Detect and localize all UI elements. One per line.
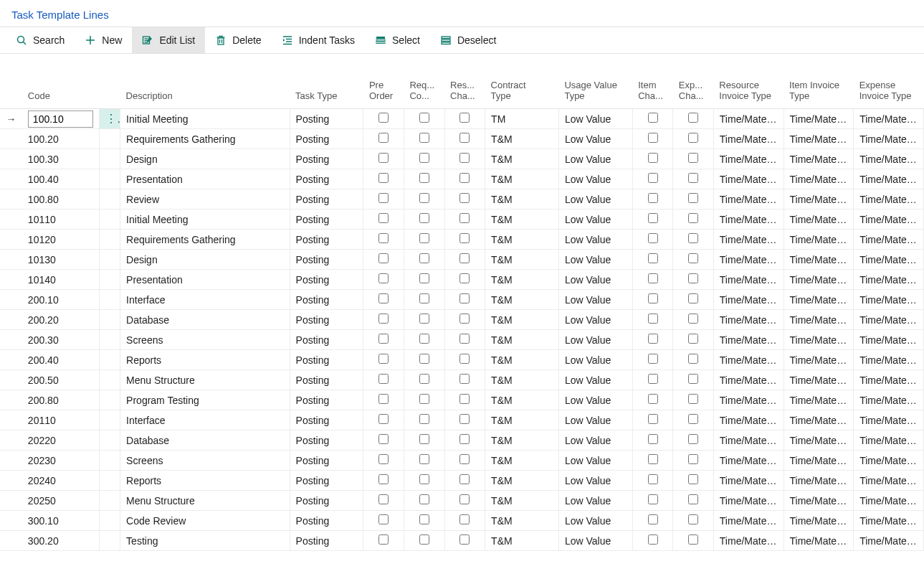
- res-cha-checkbox[interactable]: [459, 193, 470, 203]
- cell-usage-value[interactable]: Low Value: [558, 189, 632, 209]
- exp-cha-checkbox[interactable]: [688, 253, 698, 263]
- cell-exp-cha[interactable]: [673, 290, 714, 310]
- cell-item-cha[interactable]: [632, 390, 673, 410]
- cell-task-type[interactable]: Posting: [290, 310, 363, 330]
- cell-code[interactable]: 100.30: [22, 149, 100, 169]
- cell-contract-type[interactable]: T&M: [485, 350, 559, 370]
- cell-req-co[interactable]: [404, 511, 444, 531]
- cell-res-cha[interactable]: [444, 330, 485, 350]
- cell-res-cha[interactable]: [444, 390, 485, 410]
- cell-contract-type[interactable]: T&M: [485, 189, 559, 209]
- cell-res-cha[interactable]: [444, 230, 485, 250]
- cell-expense-invoice[interactable]: Time/Mater...: [854, 270, 924, 290]
- cell-item-cha[interactable]: [632, 250, 673, 270]
- cell-item-invoice[interactable]: Time/Mater...: [784, 370, 854, 390]
- row-indicator[interactable]: [0, 189, 22, 209]
- cell-task-type[interactable]: Posting: [290, 370, 363, 390]
- exp-cha-checkbox[interactable]: [688, 474, 698, 484]
- exp-cha-checkbox[interactable]: [688, 213, 698, 223]
- cell-req-co[interactable]: [404, 451, 444, 471]
- cell-task-type[interactable]: Posting: [290, 430, 363, 451]
- res-cha-checkbox[interactable]: [459, 293, 470, 303]
- cell-code[interactable]: 200.30: [22, 330, 100, 350]
- cell-pre-order[interactable]: [363, 109, 404, 129]
- cell-res-cha[interactable]: [444, 310, 485, 330]
- cell-pre-order[interactable]: [363, 250, 404, 270]
- cell-contract-type[interactable]: T&M: [485, 390, 559, 410]
- cell-description[interactable]: Design: [120, 149, 290, 169]
- cell-resource-invoice[interactable]: Time/Mater...: [713, 270, 784, 290]
- req-co-checkbox[interactable]: [419, 193, 429, 203]
- cell-usage-value[interactable]: Low Value: [558, 491, 632, 511]
- cell-code[interactable]: 100.40: [22, 169, 100, 189]
- row-indicator[interactable]: [0, 370, 22, 390]
- res-cha-checkbox[interactable]: [459, 394, 470, 404]
- table-row[interactable]: 300.10Code ReviewPostingT&MLow ValueTime…: [0, 511, 924, 531]
- cell-item-cha[interactable]: [632, 410, 673, 430]
- pre-order-checkbox[interactable]: [378, 534, 389, 545]
- res-cha-checkbox[interactable]: [459, 534, 470, 545]
- cell-usage-value[interactable]: Low Value: [558, 270, 632, 290]
- exp-cha-checkbox[interactable]: [688, 354, 698, 364]
- cell-task-type[interactable]: Posting: [290, 129, 363, 149]
- req-co-checkbox[interactable]: [419, 334, 429, 344]
- col-req-co[interactable]: Req...Co...: [404, 75, 444, 109]
- cell-expense-invoice[interactable]: Time/Mater...: [854, 209, 924, 230]
- col-item-cha[interactable]: ItemCha...: [632, 75, 673, 109]
- cell-code[interactable]: 100.20: [22, 129, 100, 149]
- exp-cha-checkbox[interactable]: [688, 273, 698, 283]
- row-indicator[interactable]: [0, 310, 22, 330]
- cell-description[interactable]: Review: [120, 189, 290, 209]
- cell-pre-order[interactable]: [363, 451, 404, 471]
- exp-cha-checkbox[interactable]: [688, 193, 698, 203]
- cell-task-type[interactable]: Posting: [290, 330, 363, 350]
- cell-task-type[interactable]: Posting: [290, 410, 363, 430]
- pre-order-checkbox[interactable]: [378, 213, 389, 223]
- cell-pre-order[interactable]: [363, 129, 404, 149]
- cell-usage-value[interactable]: Low Value: [558, 109, 632, 129]
- cell-description[interactable]: Menu Structure: [120, 370, 290, 390]
- cell-code[interactable]: 200.80: [22, 390, 100, 410]
- cell-req-co[interactable]: [404, 531, 444, 551]
- cell-description[interactable]: Menu Structure: [120, 491, 290, 511]
- res-cha-checkbox[interactable]: [459, 454, 470, 464]
- table-row[interactable]: 20230ScreensPostingT&MLow ValueTime/Mate…: [0, 451, 924, 471]
- cell-task-type[interactable]: Posting: [290, 350, 363, 370]
- edit-list-button[interactable]: Edit List: [132, 27, 205, 53]
- cell-expense-invoice[interactable]: Time/Mater...: [854, 109, 924, 129]
- cell-exp-cha[interactable]: [673, 310, 714, 330]
- cell-pre-order[interactable]: [363, 350, 404, 370]
- item-cha-checkbox[interactable]: [648, 394, 658, 404]
- cell-expense-invoice[interactable]: Time/Mater...: [854, 290, 924, 310]
- res-cha-checkbox[interactable]: [459, 414, 470, 424]
- cell-description[interactable]: Interface: [120, 410, 290, 430]
- cell-exp-cha[interactable]: [673, 471, 714, 491]
- cell-res-cha[interactable]: [444, 209, 485, 230]
- cell-resource-invoice[interactable]: Time/Mater...: [713, 370, 784, 390]
- cell-pre-order[interactable]: [363, 209, 404, 230]
- cell-description[interactable]: Interface: [120, 290, 290, 310]
- row-indicator[interactable]: [0, 491, 22, 511]
- item-cha-checkbox[interactable]: [648, 534, 658, 545]
- req-co-checkbox[interactable]: [419, 514, 429, 524]
- col-expense-invoice[interactable]: ExpenseInvoice Type: [854, 75, 924, 109]
- col-contract-type[interactable]: ContractType: [485, 75, 559, 109]
- cell-code[interactable]: 20230: [22, 451, 100, 471]
- cell-expense-invoice[interactable]: Time/Mater...: [854, 350, 924, 370]
- cell-description[interactable]: Presentation: [120, 270, 290, 290]
- cell-contract-type[interactable]: T&M: [485, 169, 559, 189]
- cell-exp-cha[interactable]: [673, 109, 714, 129]
- cell-req-co[interactable]: [404, 290, 444, 310]
- pre-order-checkbox[interactable]: [378, 233, 389, 243]
- cell-req-co[interactable]: [404, 330, 444, 350]
- cell-expense-invoice[interactable]: Time/Mater...: [854, 149, 924, 169]
- cell-description[interactable]: Requirements Gathering: [120, 129, 290, 149]
- cell-expense-invoice[interactable]: Time/Mater...: [854, 410, 924, 430]
- cell-pre-order[interactable]: [363, 430, 404, 451]
- new-button[interactable]: New: [75, 27, 132, 53]
- cell-pre-order[interactable]: [363, 370, 404, 390]
- cell-description[interactable]: Database: [120, 310, 290, 330]
- row-indicator[interactable]: [0, 230, 22, 250]
- cell-item-cha[interactable]: [632, 230, 673, 250]
- cell-item-invoice[interactable]: Time/Mater...: [784, 230, 854, 250]
